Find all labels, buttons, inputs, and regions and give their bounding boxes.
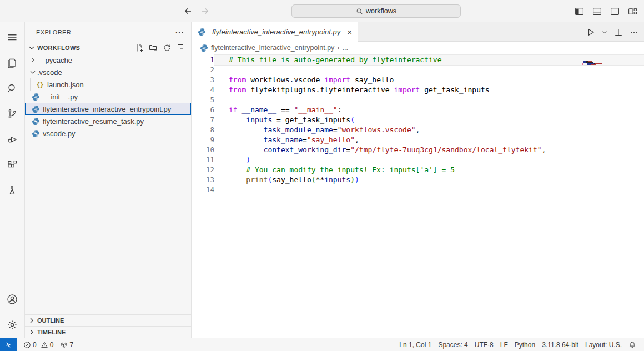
run-and-debug-icon[interactable]	[0, 127, 25, 152]
ports-status[interactable]: 7	[57, 341, 77, 349]
code-line-13[interactable]: 13 print(say_hello(**inputs))	[192, 175, 644, 185]
minimap-line	[582, 68, 627, 68]
code-editor[interactable]: 1# This file is auto-generated by flytei…	[192, 54, 644, 338]
code-line-11[interactable]: 11 )	[192, 155, 644, 165]
menu-icon[interactable]	[0, 24, 25, 50]
breadcrumb[interactable]: flyteinteractive_interactive_entrypoint.…	[192, 42, 644, 54]
keyboard-layout[interactable]: Layout: U.S.	[582, 341, 625, 349]
notifications-bell-icon[interactable]	[625, 341, 640, 349]
code-text: inputs = get_task_inputs(	[214, 115, 644, 125]
timeline-section[interactable]: TIMELINE	[25, 326, 191, 338]
explorer-icon[interactable]	[0, 50, 25, 76]
toggle-panel-icon[interactable]	[591, 5, 603, 17]
tree-item-__pycache__[interactable]: __pycache__	[25, 54, 191, 66]
title-bar: workflows	[0, 0, 644, 22]
command-center-search[interactable]: workflows	[291, 4, 461, 18]
customize-layout-icon[interactable]	[626, 5, 638, 17]
sidebar-more-actions-icon[interactable]: ···	[175, 28, 184, 36]
line-number: 12	[192, 165, 214, 175]
minimap-line	[582, 64, 627, 65]
line-number: 3	[192, 75, 214, 85]
code-line-7[interactable]: 7 inputs = get_task_inputs(	[192, 115, 644, 125]
sidebar-title: EXPLORER	[36, 29, 71, 36]
editor-group: flyteinteractive_interactive_entrypoint.…	[192, 22, 644, 338]
testing-icon[interactable]	[0, 178, 25, 203]
sidebar-bottom-sections: OUTLINE TIMELINE	[25, 314, 191, 338]
navigate-back-button[interactable]	[182, 5, 194, 17]
run-python-file-icon[interactable]	[586, 28, 595, 37]
minimap-line	[582, 59, 627, 59]
split-editor-icon[interactable]	[614, 28, 623, 37]
search-value: workflows	[366, 7, 396, 15]
line-number: 10	[192, 145, 214, 155]
vscode-window: workflows	[0, 0, 644, 351]
code-line-6[interactable]: 6if __name__ == "__main__":	[192, 105, 644, 115]
code-text: task_name="say_hello",	[214, 135, 644, 145]
cursor-position[interactable]: Ln 1, Col 1	[396, 341, 435, 349]
source-control-icon[interactable]	[0, 101, 25, 127]
error-count: 0	[33, 341, 37, 349]
collapse-all-icon[interactable]	[177, 43, 185, 52]
split-editor-layout-icon[interactable]	[608, 5, 621, 17]
account-icon[interactable]	[0, 287, 25, 312]
code-line-4[interactable]: 4from flytekitplugins.flyteinteractive i…	[192, 85, 644, 95]
language-mode[interactable]: Python	[511, 341, 539, 349]
python-interpreter[interactable]: 3.11.8 64-bit	[539, 341, 582, 349]
minimap-line	[582, 61, 627, 62]
error-icon	[23, 341, 31, 349]
settings-gear-icon[interactable]	[0, 312, 25, 338]
code-line-12[interactable]: 12 # You can modify the inputs! Ex: inpu…	[192, 165, 644, 175]
code-line-8[interactable]: 8 task_module_name="workflows.vscode",	[192, 125, 644, 135]
more-actions-icon[interactable]	[630, 28, 638, 37]
code-text: # This file is auto-generated by flytein…	[214, 55, 644, 65]
code-text: print(say_hello(**inputs))	[214, 175, 644, 185]
breadcrumb-more[interactable]: ...	[343, 44, 348, 52]
section-actions	[135, 43, 185, 52]
new-folder-icon[interactable]	[149, 43, 158, 52]
python-file-icon	[31, 92, 40, 101]
search-sidebar-icon[interactable]	[0, 76, 25, 101]
outline-section[interactable]: OUTLINE	[25, 314, 191, 326]
chevron-down-icon	[27, 43, 36, 52]
run-dropdown-chevron-icon[interactable]	[602, 29, 607, 35]
new-file-icon[interactable]	[135, 43, 144, 52]
close-tab-icon[interactable]: ×	[347, 28, 352, 36]
tree-item-flyteinteractive_resume_task.py[interactable]: flyteinteractive_resume_task.py	[25, 115, 191, 127]
code-line-2[interactable]: 2	[192, 65, 644, 75]
minimap-line	[582, 62, 627, 63]
navigate-forward-button[interactable]	[199, 5, 211, 17]
breadcrumb-file[interactable]: flyteinteractive_interactive_entrypoint.…	[211, 44, 334, 52]
toggle-sidebar-icon[interactable]	[573, 5, 585, 17]
code-line-5[interactable]: 5	[192, 95, 644, 105]
indentation[interactable]: Spaces: 4	[435, 341, 471, 349]
encoding[interactable]: UTF-8	[471, 341, 497, 349]
tree-indent-guide	[30, 78, 36, 91]
tree-item-vscode.py[interactable]: vscode.py	[25, 127, 191, 139]
minimap-line	[582, 66, 627, 66]
tree-item-.vscode[interactable]: .vscode	[25, 66, 191, 78]
code-line-9[interactable]: 9 task_name="say_hello",	[192, 135, 644, 145]
tree-item-__init__.py[interactable]: __init__.py	[25, 91, 191, 103]
code-text: task_module_name="workflows.vscode",	[214, 125, 644, 135]
workflows-section-header[interactable]: WORKFLOWS	[25, 42, 191, 54]
line-number: 7	[192, 115, 214, 125]
tree-item-flyteinteractive_interactive_entrypoint.py[interactable]: flyteinteractive_interactive_entrypoint.…	[25, 103, 191, 115]
ports-count: 7	[69, 341, 73, 349]
code-line-10[interactable]: 10 context_working_dir="/tmp/flyte-7uuq3…	[192, 145, 644, 155]
code-line-1[interactable]: 1# This file is auto-generated by flytei…	[192, 55, 644, 65]
tab-flyteinteractive-interactive-entrypoint[interactable]: flyteinteractive_interactive_entrypoint.…	[192, 22, 358, 42]
eol-sequence[interactable]: LF	[497, 341, 511, 349]
minimap-line	[582, 56, 627, 56]
code-text: context_working_dir="/tmp/flyte-7uuq3cg1…	[214, 145, 644, 155]
minimap-line	[582, 70, 627, 71]
code-line-3[interactable]: 3from workflows.vscode import say_hello	[192, 75, 644, 85]
tree-item-launch.json[interactable]: {}launch.json	[25, 78, 191, 91]
code-line-14[interactable]: 14	[192, 185, 644, 195]
remote-indicator[interactable]	[0, 338, 17, 351]
layout-controls	[573, 5, 638, 17]
refresh-icon[interactable]	[163, 43, 172, 52]
extensions-icon[interactable]	[0, 152, 25, 178]
code-text	[214, 185, 644, 195]
problems-status[interactable]: 0 0	[20, 341, 57, 349]
minimap[interactable]	[582, 56, 627, 71]
